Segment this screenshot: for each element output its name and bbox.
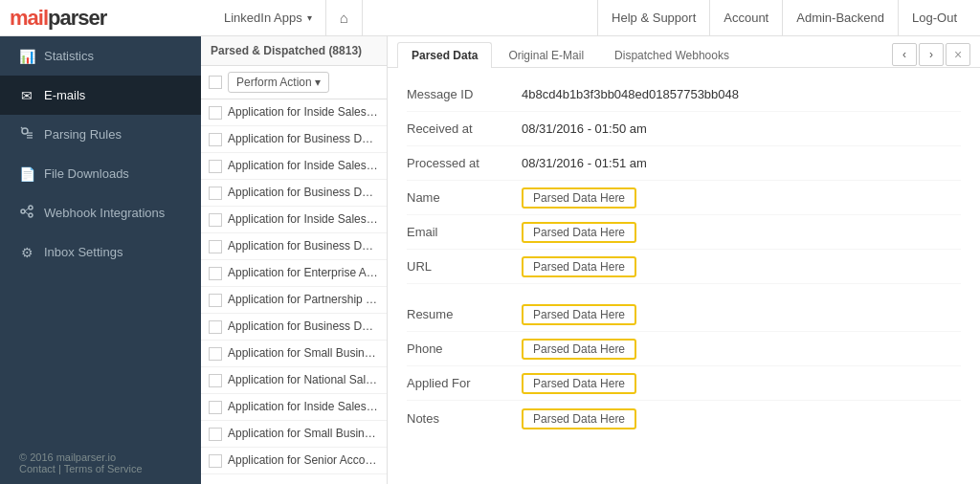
tab-parsed-data[interactable]: Parsed Data [397,42,492,68]
sidebar-item-parsing-rules[interactable]: Parsing Rules [0,115,201,154]
nav-home[interactable]: ⌂ [326,0,363,36]
list-item[interactable]: Application for Partnership Sa... [201,287,387,314]
list-item[interactable]: Application for Inside Sales fro... [201,153,387,180]
nav-logout[interactable]: Log-Out [898,0,970,36]
list-item[interactable]: Application for Inside Sales fro... [201,99,387,126]
label-resume: Resume [407,307,522,321]
item-checkbox[interactable] [209,401,222,414]
sidebar-footer: © 2016 mailparser.io Contact | Terms of … [0,442,201,484]
next-button[interactable]: › [919,43,944,66]
item-checkbox[interactable] [209,106,222,120]
list-item[interactable]: Application for Business Deve... [201,126,387,153]
label-name: Name [407,190,522,205]
parsed-data-badge-phone: Parsed Data Here [522,339,636,360]
detail-row-message-id: Message ID 4b8cd4b1b3f3bb048ed01857753bb… [407,77,961,112]
sidebar-item-inbox-settings-label: Inbox Settings [44,245,122,259]
settings-icon: ⚙ [19,245,34,260]
sidebar-item-statistics[interactable]: 📊 Statistics [0,36,201,76]
main-layout: 📊 Statistics ✉ E-mails Parsing Rules 📄 F… [0,36,980,484]
item-text: Application for Inside Sales fro... [228,105,379,119]
label-processed-at: Processed at [407,156,522,170]
list-item[interactable]: Application for Business Deve... [201,233,387,260]
value-url: Parsed Data Here [522,259,636,274]
item-text: Application for National Sales ... [228,373,379,386]
value-resume: Parsed Data Here [522,307,636,321]
nav-linkedin-apps-label: LinkedIn Apps [224,0,302,36]
close-button[interactable]: × [946,43,970,66]
parsed-data-badge-notes: Parsed Data Here [522,408,636,429]
item-text: Application for Inside Sales fro... [228,212,379,226]
svg-line-8 [25,209,29,212]
label-notes: Notes [407,411,522,426]
nav-linkedin-apps[interactable]: LinkedIn Apps ▾ [211,0,326,36]
sidebar-item-file-downloads-label: File Downloads [44,166,129,181]
email-list-header: Parsed & Dispatched (8813) [201,36,387,66]
copyright-text: © 2016 mailparser.io [19,451,182,463]
nav-help-support[interactable]: Help & Support [597,0,709,36]
home-icon: ⌂ [340,0,348,36]
item-checkbox[interactable] [209,267,222,280]
parsed-data-badge-applied-for: Parsed Data Here [522,373,636,394]
item-checkbox[interactable] [209,160,222,173]
item-checkbox[interactable] [209,187,222,200]
list-item[interactable]: Application for Business Deve... [201,314,387,341]
contact-link[interactable]: Contact [19,463,56,474]
detail-row-received-at: Received at 08/31/2016 - 01:50 am [407,112,961,146]
value-notes: Parsed Data Here [522,411,636,426]
item-checkbox[interactable] [209,454,222,468]
nav-account[interactable]: Account [709,0,782,36]
value-message-id: 4b8cd4b1b3f3bb048ed01857753bb048 [522,87,739,101]
terms-link[interactable]: Terms of Service [64,463,143,474]
prev-button[interactable]: ‹ [892,43,917,66]
detail-row-applied-for: Applied For Parsed Data Here [407,366,961,401]
email-icon: ✉ [19,88,34,103]
item-text: Application for Small Business... [228,346,379,360]
value-email: Parsed Data Here [522,225,636,239]
label-message-id: Message ID [407,87,522,101]
sidebar: 📊 Statistics ✉ E-mails Parsing Rules 📄 F… [0,36,201,484]
label-email: Email [407,225,522,239]
sidebar-item-statistics-label: Statistics [44,49,94,63]
list-item[interactable]: Application for Inside Sales fro... [201,394,387,421]
value-applied-for: Parsed Data Here [522,376,636,390]
detail-row-phone: Phone Parsed Data Here [407,332,961,366]
item-checkbox[interactable] [209,428,222,441]
list-item[interactable]: Application for Inside Sales fro... [201,207,387,233]
item-text: Application for Inside Sales fro... [228,159,379,172]
item-checkbox[interactable] [209,294,222,307]
item-checkbox[interactable] [209,240,222,253]
item-text: Application for Partnership Sa... [228,293,379,306]
sidebar-item-webhook-integrations[interactable]: Webhook Integrations [0,193,201,232]
sidebar-item-file-downloads[interactable]: 📄 File Downloads [0,154,201,193]
item-checkbox[interactable] [209,347,222,361]
parsed-data-badge-resume: Parsed Data Here [522,304,636,325]
nav-admin-backend[interactable]: Admin-Backend [782,0,898,36]
list-item[interactable]: Application for Enterprise Acc... [201,260,387,287]
sidebar-item-emails[interactable]: ✉ E-mails [0,76,201,115]
list-item[interactable]: Application for Small Business... [201,341,387,367]
webhook-icon [19,205,34,221]
sidebar-item-inbox-settings[interactable]: ⚙ Inbox Settings [0,232,201,272]
list-item[interactable]: Application for Senior Account... [201,448,387,474]
perform-action-button[interactable]: Perform Action [228,72,329,93]
sidebar-item-webhook-integrations-label: Webhook Integrations [44,206,165,220]
label-applied-for: Applied For [407,376,522,390]
item-checkbox[interactable] [209,213,222,227]
tab-dispatched-webhooks[interactable]: Dispatched Webhooks [600,42,744,68]
email-list-panel: Parsed & Dispatched (8813) Perform Actio… [201,36,388,484]
label-url: URL [407,259,522,274]
tab-original-email[interactable]: Original E-Mail [494,42,598,68]
sidebar-item-emails-label: E-mails [44,88,85,102]
select-all-checkbox[interactable] [209,76,222,89]
top-nav: mailparser LinkedIn Apps ▾ ⌂ Help & Supp… [0,0,980,36]
item-checkbox[interactable] [209,320,222,334]
item-text: Application for Business Deve... [228,319,379,333]
list-item[interactable]: Application for Small Business... [201,421,387,448]
item-checkbox[interactable] [209,133,222,146]
list-item[interactable]: Application for Business Deve... [201,180,387,207]
item-checkbox[interactable] [209,374,222,387]
list-item[interactable]: Application for National Sales ... [201,367,387,394]
nav-right: Help & Support Account Admin-Backend Log… [597,0,970,36]
item-text: Application for Business Deve... [228,186,379,199]
email-list-items: Application for Inside Sales fro... Appl… [201,99,387,484]
